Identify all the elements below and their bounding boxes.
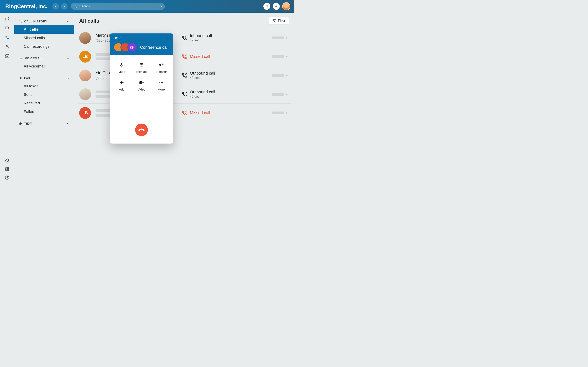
contact-avatar — [79, 69, 91, 81]
svg-marker-45 — [142, 82, 144, 83]
contact-avatar — [79, 88, 91, 100]
nav-item-all-faxes[interactable]: All faxes — [14, 82, 74, 90]
svg-rect-24 — [20, 77, 21, 79]
section-label: FAX — [24, 76, 30, 80]
rail-apps[interactable] — [5, 158, 9, 163]
row-trailing — [272, 111, 287, 114]
search-field[interactable] — [71, 3, 165, 10]
outbound-call-icon — [182, 73, 187, 78]
row-menu-button[interactable] — [286, 94, 287, 95]
call-type: Missed call — [190, 54, 210, 59]
top-bar: RingCentral, Inc. — [0, 0, 294, 13]
video-toggle-button[interactable]: Video — [132, 80, 151, 91]
hangup-icon — [138, 127, 145, 133]
rail-contacts[interactable] — [5, 44, 9, 49]
section-header-call-history[interactable]: CALL HISTORY — [14, 17, 74, 25]
hangup-button[interactable] — [135, 124, 148, 136]
rail-video[interactable] — [5, 26, 9, 30]
svg-point-6 — [268, 5, 268, 6]
outbound-call-icon — [182, 92, 187, 97]
camera-icon — [138, 80, 145, 86]
chevron-right-icon — [63, 5, 66, 8]
nav-item-call-recordings[interactable]: Call recordings — [14, 42, 74, 51]
control-label: Keypad — [136, 70, 147, 73]
plus-icon — [275, 5, 278, 8]
fax-icon — [19, 77, 22, 80]
section-header-text[interactable]: TEXT — [14, 120, 74, 127]
svg-point-32 — [140, 63, 141, 64]
svg-marker-41 — [159, 63, 161, 67]
nav-item-all-calls[interactable]: All calls — [14, 25, 74, 34]
svg-point-10 — [266, 7, 266, 8]
dialpad-button[interactable] — [263, 3, 270, 10]
control-label: More — [158, 88, 165, 91]
minimize-button[interactable] — [167, 36, 170, 40]
more-icon — [158, 80, 164, 86]
row-menu-button[interactable] — [286, 56, 287, 57]
svg-point-12 — [268, 7, 268, 8]
rail-help[interactable] — [5, 175, 9, 180]
nav-item-failed[interactable]: Failed — [14, 108, 74, 116]
nav-item-received[interactable]: Received — [14, 99, 74, 108]
control-label: Video — [138, 88, 145, 91]
row-menu-button[interactable] — [286, 75, 287, 76]
chevron-left-icon — [54, 5, 57, 8]
rail-settings[interactable] — [5, 167, 9, 171]
rail-inbox[interactable] — [5, 54, 9, 58]
row-menu-button[interactable] — [286, 37, 287, 39]
section-label: VOICEMAIL — [25, 57, 43, 60]
svg-point-35 — [140, 64, 141, 65]
missed-call-icon — [182, 54, 187, 59]
contact-avatar: LB — [79, 107, 91, 119]
speaker-icon — [158, 62, 164, 68]
svg-marker-25 — [273, 20, 276, 22]
nav-forward-button[interactable] — [61, 3, 68, 9]
call-type: Missed call — [190, 110, 210, 115]
participant-avatar: KK — [127, 43, 137, 52]
nav-item-sent[interactable]: Sent — [14, 90, 74, 99]
chevron-up-icon — [66, 122, 69, 125]
svg-point-18 — [7, 168, 8, 170]
row-menu-button[interactable] — [286, 112, 287, 114]
main-content: All calls Filter Martyn Daniele (650) 76… — [74, 13, 294, 184]
rail-phone[interactable] — [5, 35, 9, 40]
app-title: RingCentral, Inc. — [5, 3, 48, 9]
nav-back-button[interactable] — [52, 3, 59, 9]
phone-small-icon — [19, 20, 22, 23]
nav-item-all-voicemail[interactable]: All voicemail — [14, 62, 74, 71]
keypad-button[interactable]: Keypad — [132, 62, 151, 73]
more-button[interactable]: More — [151, 80, 171, 91]
row-trailing — [272, 55, 287, 58]
svg-point-22 — [21, 58, 22, 59]
add-participant-button[interactable]: Add — [112, 80, 132, 91]
rail-messages[interactable] — [5, 16, 9, 21]
search-clear-button[interactable] — [160, 5, 163, 8]
filter-button[interactable]: Filter — [269, 17, 289, 25]
profile-avatar[interactable] — [282, 2, 290, 10]
nav-item-missed-calls[interactable]: Missed calls — [14, 34, 74, 42]
svg-point-11 — [267, 7, 267, 8]
left-rail — [0, 13, 14, 184]
help-icon — [5, 175, 9, 180]
control-label: Add — [119, 88, 125, 91]
call-duration: 42 sec — [190, 39, 212, 42]
placeholder — [272, 74, 284, 77]
svg-point-37 — [142, 64, 143, 65]
call-type: Outbound call — [190, 71, 215, 76]
active-call-panel: 00:03 KK Conference call Mute — [110, 33, 173, 143]
missed-call-icon — [182, 110, 187, 116]
phone-icon — [5, 35, 9, 40]
svg-point-48 — [162, 82, 163, 83]
speaker-button[interactable]: Speaker — [151, 62, 171, 73]
mute-button[interactable]: Mute — [112, 62, 132, 73]
svg-point-8 — [267, 6, 267, 7]
svg-point-9 — [268, 6, 268, 7]
call-header: 00:03 KK Conference call — [110, 33, 173, 55]
contact-avatar: LB — [79, 51, 91, 63]
row-trailing — [272, 74, 287, 77]
microphone-icon — [119, 62, 125, 68]
section-header-voicemail[interactable]: VOICEMAIL — [14, 54, 74, 62]
new-action-button[interactable] — [273, 3, 280, 10]
section-header-fax[interactable]: FAX — [14, 74, 74, 82]
search-input[interactable] — [79, 4, 162, 8]
